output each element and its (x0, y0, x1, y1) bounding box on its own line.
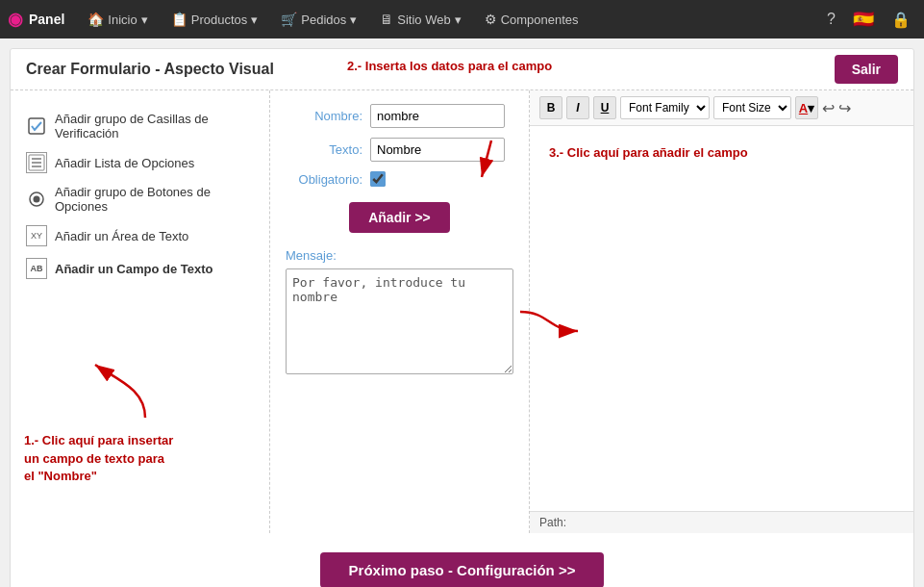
list-icon (26, 152, 47, 173)
editor-toolbar: B I U Font Family Font Size A ▾ ↩ (530, 90, 913, 126)
obligatorio-label: Obligatorio: (286, 172, 362, 187)
nav-pedidos-label: Pedidos (301, 13, 346, 27)
bottom-bar: Próximo paso - Configuración >> (11, 533, 913, 587)
underline-button[interactable]: U (593, 96, 616, 119)
nav-right-actions: ? 🇪🇸 🔒 (821, 5, 916, 34)
font-family-select[interactable]: Font Family (620, 96, 710, 119)
mensaje-textarea[interactable]: Por favor, introduce tu nombre (286, 268, 513, 374)
sidebar-item-list-label: Añadir Lista de Opciones (55, 156, 194, 170)
page-container: Crear Formulario - Aspecto Visual 2.- In… (10, 48, 914, 587)
nav-item-componentes[interactable]: ⚙ Componentes (475, 6, 588, 33)
sidebar-item-textfield[interactable]: AB Añadir un Campo de Texto (22, 252, 258, 285)
page-header: Crear Formulario - Aspecto Visual 2.- In… (11, 49, 913, 90)
components-icon: ⚙ (485, 12, 497, 27)
bold-button[interactable]: B (539, 96, 562, 119)
checkbox-icon (26, 115, 47, 137)
path-label: Path: (539, 516, 566, 529)
mid-panel: Nombre: Texto: Obligatorio: Añadir >> Me… (270, 90, 530, 533)
nav-productos-label: Productos (191, 13, 248, 27)
sidebar-item-textarea-label: Añadir un Área de Texto (55, 229, 188, 243)
left-panel: Añadir grupo de Casillas de Verificación… (11, 90, 270, 533)
brand-label: Panel (29, 12, 64, 27)
redo-button[interactable]: ↪ (838, 99, 851, 117)
italic-button[interactable]: I (566, 96, 589, 119)
orders-icon: 🛒 (281, 12, 297, 27)
textarea-icon: XY (26, 225, 47, 246)
obligatorio-checkbox[interactable] (370, 171, 386, 187)
editor-content-area[interactable]: 3.- Clic aquí para añadir el campo (530, 126, 913, 511)
home-icon: 🏠 (87, 12, 104, 27)
annotation-insert-data: 2.- Inserta los datos para el campo (347, 59, 552, 73)
nombre-label: Nombre: (286, 109, 362, 123)
nav-item-inicio[interactable]: 🏠 Inicio ▾ (78, 6, 157, 33)
color-dropdown-icon: ▾ (808, 101, 814, 115)
brand-logo[interactable]: ◉ Panel (8, 9, 64, 30)
brand-icon: ◉ (8, 9, 23, 30)
nav-item-pedidos[interactable]: 🛒 Pedidos ▾ (271, 6, 366, 33)
help-button[interactable]: ? (821, 7, 841, 32)
nav-inicio-label: Inicio (108, 13, 137, 27)
svg-rect-0 (29, 118, 44, 134)
editor-path-bar: Path: (530, 511, 913, 533)
help-icon: ? (827, 11, 836, 27)
mensaje-label: Mensaje: (286, 248, 513, 263)
form-row-texto: Texto: (286, 138, 513, 162)
nav-sitioweb-label: Sitio Web (397, 13, 450, 27)
lock-button[interactable]: 🔒 (886, 7, 916, 33)
annotation-click-to-add: 3.- Clic aquí para añadir el campo (539, 136, 904, 160)
sidebar-item-textarea[interactable]: XY Añadir un Área de Texto (22, 219, 258, 252)
nombre-input[interactable] (370, 104, 505, 128)
page-title: Crear Formulario - Aspecto Visual (26, 61, 274, 78)
textfield-icon: AB (26, 258, 47, 279)
right-panel: B I U Font Family Font Size A ▾ ↩ (530, 90, 913, 533)
sidebar-item-list[interactable]: Añadir Lista de Opciones (22, 146, 258, 179)
svg-point-6 (34, 196, 40, 203)
flag-icon: 🇪🇸 (853, 10, 874, 29)
lock-icon: 🔒 (891, 12, 911, 28)
sidebar-item-radio-group[interactable]: Añadir grupo de Botones de Opciones (22, 179, 258, 219)
add-button[interactable]: Añadir >> (349, 202, 450, 233)
radio-icon (26, 189, 47, 210)
text-color-button[interactable]: A ▾ (795, 96, 818, 119)
chevron-down-icon-3: ▾ (350, 13, 357, 27)
sidebar-item-checkbox-label: Añadir grupo de Casillas de Verificación (55, 112, 254, 140)
texto-input[interactable] (370, 138, 505, 162)
nav-componentes-label: Componentes (501, 13, 579, 27)
annotation-click-here: 1.- Clic aquí para insertar un campo de … (24, 432, 173, 485)
top-navigation: ◉ Panel 🏠 Inicio ▾ 📋 Productos ▾ 🛒 Pedid… (0, 0, 924, 38)
website-icon: 🖥 (380, 12, 393, 27)
main-content: Añadir grupo de Casillas de Verificación… (11, 90, 913, 533)
font-size-select[interactable]: Font Size (713, 96, 791, 119)
color-a-icon: A (799, 101, 808, 115)
form-row-obligatorio: Obligatorio: (286, 171, 513, 187)
nav-item-sitioweb[interactable]: 🖥 Sitio Web ▾ (370, 6, 470, 33)
sidebar-item-checkbox-group[interactable]: Añadir grupo de Casillas de Verificación (22, 106, 258, 146)
next-step-button[interactable]: Próximo paso - Configuración >> (320, 552, 605, 587)
sidebar-item-radio-label: Añadir grupo de Botones de Opciones (55, 185, 254, 214)
salir-button[interactable]: Salir (835, 55, 898, 84)
chevron-down-icon-4: ▾ (455, 13, 462, 27)
sidebar-item-textfield-label: Añadir un Campo de Texto (55, 262, 212, 276)
undo-button[interactable]: ↩ (822, 99, 835, 117)
chevron-down-icon: ▾ (141, 13, 148, 27)
products-icon: 📋 (171, 12, 187, 27)
form-row-nombre: Nombre: (286, 104, 513, 128)
flag-button[interactable]: 🇪🇸 (847, 5, 880, 34)
nav-item-productos[interactable]: 📋 Productos ▾ (162, 6, 268, 33)
texto-label: Texto: (286, 142, 362, 157)
chevron-down-icon-2: ▾ (251, 13, 258, 27)
